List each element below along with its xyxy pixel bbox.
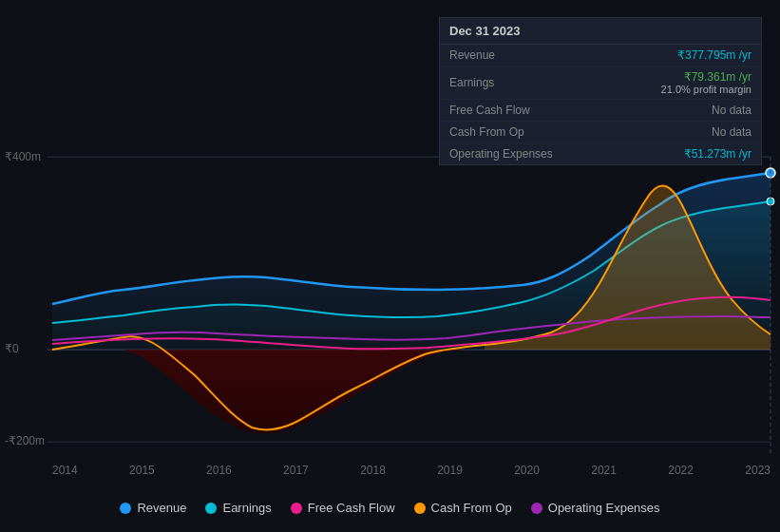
x-label-2015: 2015 (129, 464, 155, 477)
legend-earnings-dot (205, 503, 217, 514)
tooltip-opex-row: Operating Expenses ₹51.273m /yr (440, 143, 761, 164)
tooltip-cashop-value: No data (712, 125, 751, 139)
tooltip-earnings-row: Earnings ₹79.361m /yr 21.0% profit margi… (440, 66, 761, 100)
chart-container: ₹400m ₹0 -₹200m (0, 0, 780, 532)
legend-revenue: Revenue (120, 501, 186, 515)
tooltip-date: Dec 31 2023 (440, 18, 761, 45)
legend-earnings-label: Earnings (222, 501, 271, 515)
legend-revenue-label: Revenue (137, 501, 186, 515)
x-label-2022: 2022 (668, 464, 694, 477)
x-label-2014: 2014 (52, 464, 78, 477)
legend-cashop-dot (414, 503, 426, 514)
tooltip-fcf-label: Free Cash Flow (449, 104, 530, 117)
x-label-2020: 2020 (514, 464, 540, 477)
legend-fcf: Free Cash Flow (291, 501, 395, 515)
tooltip-revenue-label: Revenue (449, 48, 495, 62)
x-label-2016: 2016 (206, 464, 232, 477)
tooltip-earnings-margin: 21.0% profit margin (661, 84, 751, 95)
tooltip-opex-label: Operating Expenses (449, 147, 553, 161)
legend-opex: Operating Expenses (531, 501, 660, 515)
tooltip-revenue-row: Revenue ₹377.795m /yr (440, 45, 761, 66)
legend-revenue-dot (120, 503, 131, 514)
legend-fcf-dot (291, 503, 302, 514)
tooltip: Dec 31 2023 Revenue ₹377.795m /yr Earnin… (439, 17, 762, 165)
x-label-2018: 2018 (360, 464, 386, 477)
tooltip-cashop-row: Cash From Op No data (440, 122, 761, 143)
legend-opex-label: Operating Expenses (548, 501, 660, 515)
tooltip-earnings-label: Earnings (449, 76, 494, 89)
tooltip-cashop-label: Cash From Op (449, 125, 524, 139)
legend-fcf-label: Free Cash Flow (308, 501, 395, 515)
tooltip-earnings-value: ₹79.361m /yr (661, 70, 751, 84)
chart-legend: Revenue Earnings Free Cash Flow Cash Fro… (0, 501, 780, 515)
x-axis: 2014 2015 2016 2017 2018 2019 2020 2021 … (52, 464, 770, 477)
tooltip-fcf-row: Free Cash Flow No data (440, 100, 761, 122)
tooltip-revenue-value: ₹377.795m /yr (677, 48, 751, 62)
legend-earnings: Earnings (205, 501, 271, 515)
legend-opex-dot (531, 503, 542, 514)
legend-cashop: Cash From Op (414, 501, 512, 515)
x-label-2019: 2019 (437, 464, 463, 477)
x-label-2021: 2021 (591, 464, 617, 477)
x-label-2017: 2017 (283, 464, 309, 477)
tooltip-opex-value: ₹51.273m /yr (684, 147, 751, 161)
legend-cashop-label: Cash From Op (431, 501, 512, 515)
tooltip-fcf-value: No data (712, 104, 751, 117)
x-label-2023: 2023 (745, 464, 770, 477)
